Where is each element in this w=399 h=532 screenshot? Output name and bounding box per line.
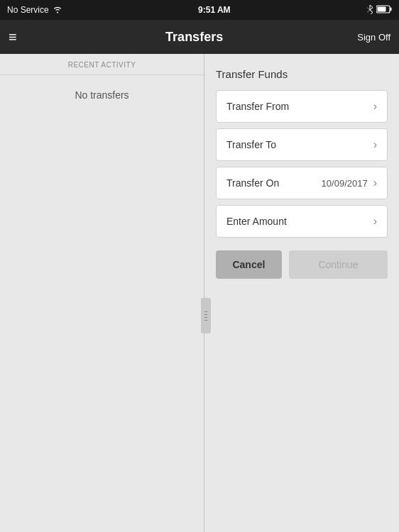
- transfer-from-chevron-icon: ›: [373, 100, 377, 113]
- recent-activity-header: RECENT ACTIVITY: [0, 54, 204, 75]
- transfer-from-label: Transfer From: [226, 101, 289, 112]
- left-panel: RECENT ACTIVITY No transfers: [0, 54, 204, 532]
- carrier-label: No Service: [7, 5, 49, 15]
- wifi-icon: [53, 5, 62, 16]
- transfer-from-row[interactable]: Transfer From ›: [216, 90, 388, 123]
- enter-amount-label: Enter Amount: [226, 216, 287, 227]
- drag-handle[interactable]: [201, 298, 211, 333]
- main-layout: RECENT ACTIVITY No transfers Transfer Fu…: [0, 54, 399, 532]
- enter-amount-chevron-icon: ›: [373, 215, 377, 228]
- drag-handle-lines: [204, 311, 207, 321]
- menu-icon[interactable]: ≡: [9, 29, 31, 45]
- transfer-to-chevron-icon: ›: [373, 138, 377, 151]
- transfer-funds-title: Transfer Funds: [216, 68, 388, 80]
- sign-off-button[interactable]: Sign Off: [357, 32, 390, 43]
- battery-icon: [376, 5, 392, 15]
- status-right: [366, 4, 392, 16]
- right-panel: Transfer Funds Transfer From › Transfer …: [204, 54, 399, 532]
- transfer-on-chevron-icon: ›: [373, 177, 377, 189]
- transfer-to-row[interactable]: Transfer To ›: [216, 128, 388, 161]
- page-title: Transfers: [31, 30, 357, 45]
- transfer-on-row[interactable]: Transfer On 10/09/2017 ›: [216, 167, 388, 199]
- svg-rect-4: [390, 8, 391, 11]
- transfer-on-label: Transfer On: [226, 177, 279, 189]
- transfer-on-value: 10/09/2017: [322, 178, 368, 189]
- continue-button[interactable]: Continue: [289, 250, 388, 279]
- no-transfers-label: No transfers: [0, 75, 204, 532]
- transfer-to-label: Transfer To: [226, 139, 276, 150]
- button-row: Cancel Continue: [216, 250, 388, 279]
- svg-rect-3: [377, 7, 386, 12]
- status-left: No Service: [7, 5, 62, 16]
- status-time: 9:51 AM: [198, 5, 231, 15]
- enter-amount-row[interactable]: Enter Amount ›: [216, 205, 388, 238]
- nav-bar: ≡ Transfers Sign Off: [0, 20, 399, 54]
- bluetooth-icon: [366, 4, 373, 16]
- cancel-button[interactable]: Cancel: [216, 250, 282, 279]
- status-bar: No Service 9:51 AM: [0, 0, 399, 20]
